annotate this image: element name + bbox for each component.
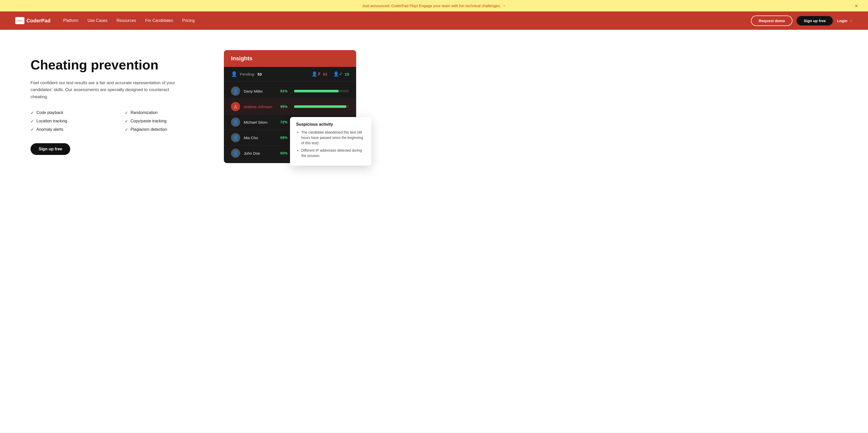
candidate-name: Dany Miiler bbox=[244, 89, 277, 93]
stats-right: 👤✗ 03 👤✓ 15 bbox=[312, 71, 349, 77]
feature-plagiarism-detection: ✓ Plagiarism detection bbox=[125, 127, 204, 132]
progress-bar bbox=[294, 105, 349, 108]
feature-code-playback: ✓ Code playback bbox=[31, 111, 110, 115]
avatar: 👤 bbox=[231, 149, 240, 158]
stat-red-count: 03 bbox=[323, 72, 328, 76]
flagged-icon: 👤✗ bbox=[312, 71, 321, 77]
features-grid: ✓ Code playback ✓ Randomization ✓ Locati… bbox=[31, 111, 204, 132]
right-column: Insights 👤 Pending: 53 👤✗ 03 👤✓ 15 bbox=[224, 50, 356, 163]
nav-resources[interactable]: Resources bbox=[117, 18, 136, 23]
avatar: ⚠ bbox=[231, 102, 240, 111]
insights-header: Insights bbox=[224, 50, 356, 67]
check-icon: ✓ bbox=[125, 119, 128, 124]
pending-count: 53 bbox=[257, 72, 262, 76]
candidate-name: John Doe bbox=[244, 151, 277, 155]
check-icon: ✓ bbox=[31, 111, 34, 115]
feature-anomaly-alerts: ✓ Anomaly alerts bbox=[31, 127, 110, 132]
candidate-score: 81% bbox=[280, 89, 290, 93]
announcement-banner: Just announced: CoderPad Play! Engage yo… bbox=[0, 0, 868, 11]
list-item: Different IP addresses detected during t… bbox=[301, 148, 365, 158]
feature-randomization: ✓ Randomization bbox=[125, 111, 204, 115]
candidate-name: Michael Silom bbox=[244, 120, 277, 124]
stat-green: 👤✓ 15 bbox=[333, 71, 349, 77]
signup-nav-button[interactable]: Sign up free bbox=[797, 16, 833, 25]
check-icon: ✓ bbox=[125, 127, 128, 132]
candidate-score: 95% bbox=[280, 104, 290, 109]
avatar: 👤 bbox=[231, 133, 240, 142]
nav-actions: Request demo Sign up free Login → bbox=[751, 16, 853, 26]
announcement-close-button[interactable]: × bbox=[855, 3, 858, 8]
approved-icon: 👤✓ bbox=[333, 71, 343, 77]
candidate-name: Mia Cho bbox=[244, 135, 277, 140]
candidate-score: 69% bbox=[280, 135, 290, 140]
signup-main-button[interactable]: Sign up free bbox=[31, 143, 70, 155]
nav-links: Platform Use Cases Resources For Candida… bbox=[63, 18, 751, 23]
main-content: Cheating prevention Feel confident our t… bbox=[0, 30, 868, 432]
insights-stats: 👤 Pending: 53 👤✗ 03 👤✓ 15 bbox=[224, 67, 356, 82]
nav-use-cases[interactable]: Use Cases bbox=[88, 18, 107, 23]
page-title: Cheating prevention bbox=[31, 58, 204, 72]
logo-text: CoderPad bbox=[27, 18, 50, 24]
candidate-score: 72% bbox=[280, 120, 290, 124]
login-button[interactable]: Login → bbox=[837, 19, 853, 23]
check-icon: ✓ bbox=[125, 111, 128, 115]
avatar: 👤 bbox=[231, 87, 240, 96]
stat-green-count: 15 bbox=[345, 72, 349, 76]
logo-link[interactable]: </> CoderPad bbox=[15, 17, 50, 24]
suspicious-activity-title: Suspicious activity bbox=[296, 122, 365, 127]
candidate-name: Andrew Johnson bbox=[244, 104, 277, 109]
suspicious-activity-list: The candidate abandoned this test (48 ho… bbox=[296, 130, 365, 158]
stat-red: 👤✗ 03 bbox=[312, 71, 328, 77]
pending-icon: 👤 bbox=[231, 71, 237, 77]
pending-section: 👤 Pending: 53 bbox=[231, 71, 312, 77]
feature-location-tracking: ✓ Location tracking bbox=[31, 119, 110, 124]
request-demo-button[interactable]: Request demo bbox=[751, 16, 793, 26]
progress-bar bbox=[294, 90, 349, 92]
logo-icon: </> bbox=[15, 17, 24, 24]
avatar: 👤 bbox=[231, 118, 240, 127]
check-icon: ✓ bbox=[31, 119, 34, 124]
navbar: </> CoderPad Platform Use Cases Resource… bbox=[0, 11, 868, 30]
suspicious-activity-popup: Suspicious activity The candidate abando… bbox=[290, 117, 371, 166]
candidate-score: 60% bbox=[280, 151, 290, 155]
check-icon: ✓ bbox=[31, 127, 34, 132]
table-row: ⚠ Andrew Johnson 95% bbox=[224, 99, 356, 115]
list-item: The candidate abandoned this test (48 ho… bbox=[301, 130, 365, 146]
table-row: 👤 Dany Miiler 81% bbox=[224, 84, 356, 99]
left-column: Cheating prevention Feel confident our t… bbox=[31, 50, 204, 155]
announcement-text: Just announced: CoderPad Play! Engage yo… bbox=[362, 4, 506, 8]
nav-pricing[interactable]: Pricing bbox=[182, 18, 195, 23]
feature-copy-paste-tracking: ✓ Copy/paste tracking bbox=[125, 119, 204, 124]
page-description: Feel confident our test results are a fa… bbox=[31, 80, 183, 100]
progress-fill bbox=[294, 90, 339, 92]
nav-for-candidates[interactable]: For Candidates bbox=[145, 18, 173, 23]
progress-fill bbox=[294, 105, 346, 108]
pending-label: Pending: bbox=[240, 72, 255, 76]
nav-platform[interactable]: Platform bbox=[63, 18, 79, 23]
insights-title: Insights bbox=[231, 55, 349, 62]
